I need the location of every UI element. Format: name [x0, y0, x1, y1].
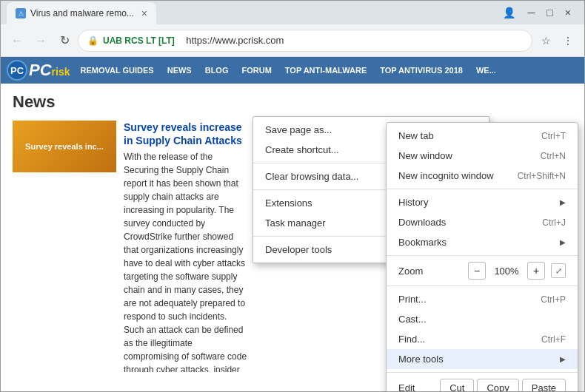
menu-print-shortcut: Ctrl+P [541, 294, 566, 305]
content-area: News Survey reveals inc... Survey reveal… [1, 84, 584, 391]
menu-history-label: History [398, 197, 560, 208]
tab-area: ⚠ Virus and malware remo... × [7, 1, 498, 24]
menu-find-label: Find... [398, 334, 529, 345]
menu-downloads-shortcut: Ctrl+J [542, 217, 566, 228]
toolbar-removal-guides[interactable]: REMOVAL GUIDES [74, 63, 159, 78]
news-card-1-content: Survey reveals inc... Survey reveals inc… [13, 121, 250, 372]
edit-buttons: Cut Copy Paste [440, 379, 566, 391]
url-separator [179, 36, 181, 46]
menu-zoom-label: Zoom [398, 266, 468, 277]
main-context-menu: New tab Ctrl+T New window Ctrl+N New inc… [386, 122, 578, 391]
menu-print-label: Print... [398, 294, 529, 305]
address-input[interactable]: 🔒 UAB RCS LT [LT] https://www.pcrisk.com [78, 30, 532, 52]
toolbar-blog[interactable]: BLOG [199, 63, 235, 78]
cut-button[interactable]: Cut [440, 379, 474, 391]
menu-downloads-label: Downloads [398, 217, 530, 228]
menu-bookmarks[interactable]: Bookmarks [387, 232, 578, 252]
menu-print[interactable]: Print... Ctrl+P [387, 289, 578, 309]
menu-find[interactable]: Find... Ctrl+F [387, 329, 578, 349]
menu-new-tab-shortcut: Ctrl+T [541, 131, 566, 141]
menu-divider-3 [387, 285, 578, 286]
toolbar-forum[interactable]: FORUM [235, 63, 277, 78]
zoom-expand-button[interactable]: ⤢ [551, 263, 566, 278]
title-bar-controls: 👤 ─ □ × [498, 1, 578, 24]
toolbar-top-antivirus[interactable]: TOP ANTIVIRUS 2018 [374, 63, 469, 78]
menu-new-window-shortcut: Ctrl+N [541, 151, 566, 161]
tab-title: Virus and malware remo... [30, 8, 134, 18]
menu-more-tools[interactable]: More tools [387, 349, 578, 369]
menu-divider-2 [387, 255, 578, 256]
bookmark-button[interactable]: ☆ [535, 30, 556, 51]
maximize-button[interactable]: □ [542, 1, 557, 24]
logo-risk: risk [52, 66, 70, 78]
menu-new-window-label: New window [398, 150, 529, 161]
menu-button[interactable]: ⋮ [558, 30, 578, 51]
zoom-controls: − 100% + ⤢ [468, 262, 566, 280]
menu-new-window[interactable]: New window Ctrl+N [387, 146, 578, 166]
reload-button[interactable]: ↻ [54, 30, 75, 51]
menu-cast[interactable]: Cast... [387, 309, 578, 329]
news-card-1: Survey reveals inc... Survey reveals inc… [13, 121, 250, 372]
logo-text: PCrisk [29, 61, 70, 80]
menu-downloads[interactable]: Downloads Ctrl+J [387, 212, 578, 232]
news-card-1-text: With the release of the Securing the Sup… [124, 150, 250, 372]
active-tab[interactable]: ⚠ Virus and malware remo... × [7, 2, 156, 24]
minimize-button[interactable]: ─ [523, 1, 539, 24]
nav-toolbar: PC PCrisk REMOVAL GUIDES NEWS BLOG FORUM… [1, 57, 584, 84]
zoom-plus-button[interactable]: + [527, 262, 545, 280]
secure-badge: 🔒 [87, 36, 98, 46]
copy-button[interactable]: Copy [477, 379, 518, 391]
back-button[interactable]: ← [7, 30, 27, 51]
menu-bookmarks-label: Bookmarks [398, 237, 560, 248]
logo-pc: PC [29, 61, 52, 79]
logo-icon: PC [7, 60, 27, 81]
menu-find-shortcut: Ctrl+F [541, 334, 566, 345]
toolbar-top-antimalware[interactable]: TOP ANTI-MALWARE [279, 63, 372, 78]
zoom-minus-button[interactable]: − [468, 262, 486, 280]
menu-new-tab[interactable]: New tab Ctrl+T [387, 126, 578, 146]
logo: PC PCrisk [4, 58, 73, 82]
menu-zoom-row: Zoom − 100% + ⤢ [387, 259, 578, 283]
tab-close-button[interactable]: × [141, 7, 147, 19]
toolbar-more[interactable]: WE... [470, 63, 502, 78]
menu-incognito[interactable]: New incognito window Ctrl+Shift+N [387, 166, 578, 186]
menu-divider-1 [387, 189, 578, 189]
profile-icon[interactable]: 👤 [498, 1, 520, 24]
menu-new-tab-label: New tab [398, 130, 529, 141]
tab-favicon: ⚠ [16, 8, 26, 18]
menu-cast-label: Cast... [398, 314, 566, 325]
menu-more-tools-label: More tools [398, 354, 560, 365]
zoom-value: 100% [492, 266, 521, 277]
news-card-1-img-text: Survey reveals inc... [25, 142, 104, 151]
title-bar: ⚠ Virus and malware remo... × 👤 ─ □ × [1, 1, 584, 24]
org-label: UAB RCS LT [LT] [103, 36, 175, 46]
close-button[interactable]: × [561, 1, 575, 24]
browser-window: ⚠ Virus and malware remo... × 👤 ─ □ × ← … [0, 0, 585, 392]
paste-button[interactable]: Paste [522, 379, 566, 391]
address-bar: ← → ↻ 🔒 UAB RCS LT [LT] https://www.pcri… [1, 24, 584, 57]
menu-history[interactable]: History [387, 192, 578, 212]
toolbar-news[interactable]: NEWS [161, 63, 198, 78]
menu-incognito-shortcut: Ctrl+Shift+N [518, 171, 566, 181]
menu-divider-4 [387, 372, 578, 373]
menu-incognito-label: New incognito window [398, 170, 506, 181]
address-right-icons: ☆ ⋮ [535, 30, 578, 51]
menu-edit-row: Edit Cut Copy Paste [387, 376, 578, 391]
menu-edit-label: Edit [398, 382, 440, 391]
news-card-1-image: Survey reveals inc... [13, 121, 116, 172]
url-display: https://www.pcrisk.com [186, 35, 284, 46]
news-heading: News [13, 92, 572, 112]
forward-button[interactable]: → [30, 30, 51, 51]
